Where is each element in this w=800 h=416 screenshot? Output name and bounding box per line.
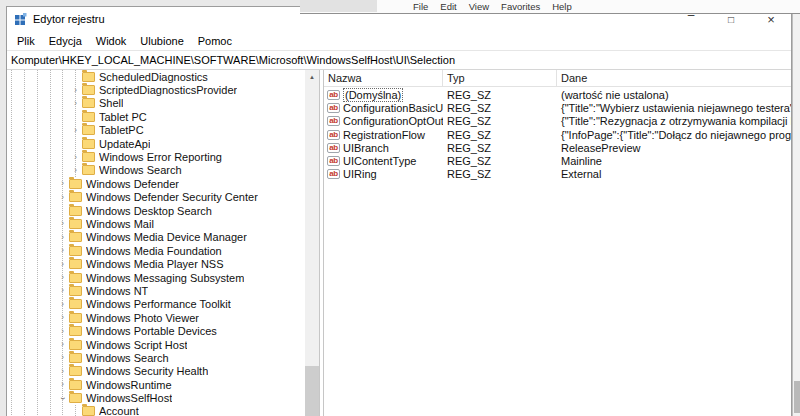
registry-value-row[interactable]: ab UIBranch REG_SZ ReleasePreview <box>324 141 791 154</box>
tree-item[interactable]: › Windows NT <box>7 284 305 297</box>
tree-item[interactable]: › Windows Portable Devices <box>7 324 305 337</box>
reg-sz-string-icon: ab <box>327 90 340 100</box>
tree-item[interactable]: Account <box>7 405 305 416</box>
tree-item[interactable]: › Windows Media Foundation <box>7 244 305 257</box>
main-panes: ScheduledDiagnostics › ScriptedDiagnosti… <box>7 70 791 416</box>
value-name-cell[interactable]: ab UIContentType <box>324 155 443 167</box>
tree-expander-icon[interactable]: › <box>56 325 69 338</box>
tree-item[interactable]: › Windows Script Host <box>7 338 305 351</box>
tree-expander-icon[interactable]: › <box>56 258 69 271</box>
tree-item-label: Windows Media Player NSS <box>86 258 224 270</box>
tree-expander-icon[interactable]: › <box>69 124 82 137</box>
column-header-type[interactable]: Typ <box>443 70 557 86</box>
value-name-cell[interactable]: ab (Domyślna) <box>324 88 443 102</box>
tree-item-label: Windows Error Reporting <box>99 151 222 163</box>
scrollbar-thumb[interactable] <box>305 366 319 416</box>
registry-value-row[interactable]: ab RegistrationFlow REG_SZ {"InfoPage":{… <box>324 128 791 141</box>
tree-expander-icon[interactable]: › <box>56 338 69 351</box>
tree-item[interactable]: › Shell <box>7 97 305 110</box>
tree-item[interactable]: › WindowsSelfHost <box>7 391 305 404</box>
registry-value-row[interactable]: ab UIContentType REG_SZ Mainline <box>324 154 791 167</box>
tree-item[interactable]: Windows Desktop Search <box>7 204 305 217</box>
value-data: {"Title":"Rezygnacja z otrzymywania komp… <box>557 115 791 127</box>
menu-pomoc[interactable]: Pomoc <box>191 35 239 47</box>
tree-expander-icon[interactable]: › <box>56 298 69 311</box>
column-header-data[interactable]: Dane <box>557 70 791 86</box>
menu-plik[interactable]: Plik <box>10 35 42 47</box>
column-header-name[interactable]: Nazwa <box>324 70 443 86</box>
scrollbar-up-arrow-icon[interactable]: ▲ <box>305 70 319 84</box>
tree-item[interactable]: › WindowsRuntime <box>7 378 305 391</box>
tree-expander-icon[interactable]: › <box>56 191 69 204</box>
tree-expander-icon[interactable]: › <box>56 217 69 230</box>
tree-item[interactable]: Tablet PC <box>7 110 305 123</box>
address-bar[interactable]: Komputer\HKEY_LOCAL_MACHINE\SOFTWARE\Mic… <box>7 50 791 70</box>
tree-item[interactable]: › Windows Messaging Subsystem <box>7 271 305 284</box>
bg-menu-edit[interactable]: Edit <box>440 1 456 12</box>
tree-item[interactable]: › ScriptedDiagnosticsProvider <box>7 83 305 96</box>
tree-expander-icon[interactable]: › <box>56 311 69 324</box>
tree-expander-icon[interactable]: › <box>56 378 69 391</box>
tree-item[interactable]: › TabletPC <box>7 124 305 137</box>
bg-menu-favorites[interactable]: Favorites <box>501 1 540 12</box>
folder-icon <box>69 393 82 403</box>
folder-icon <box>69 340 82 350</box>
tree-item-label: Tablet PC <box>99 111 147 123</box>
tree-item[interactable]: › Windows Security Health <box>7 365 305 378</box>
tree-item-label: Windows Mail <box>86 218 154 230</box>
registry-value-row[interactable]: ab (Domyślna) REG_SZ (wartość nie ustalo… <box>324 88 791 101</box>
registry-value-row[interactable]: ab UIRing REG_SZ External <box>324 168 791 181</box>
folder-icon <box>82 98 95 108</box>
registry-value-row[interactable]: ab ConfigurationOptOutUIText REG_SZ {"Ti… <box>324 115 791 128</box>
registry-value-row[interactable]: ab ConfigurationBasicUIText REG_SZ {"Tit… <box>324 101 791 114</box>
tree-expander-icon[interactable]: › <box>56 284 69 297</box>
tree-expander-icon[interactable]: › <box>56 244 69 257</box>
tree-expander-icon[interactable]: › <box>56 351 69 364</box>
registry-editor-window: Edytor rejestru – □ × Plik Edycja Widok … <box>6 6 792 416</box>
tree-expander-icon[interactable]: › <box>56 392 69 405</box>
tree-expander-icon[interactable]: › <box>69 151 82 164</box>
tree-item[interactable]: › Windows Performance Toolkit <box>7 298 305 311</box>
value-name-cell[interactable]: ab UIRing <box>324 168 443 180</box>
tree-item-label: Windows Desktop Search <box>86 205 212 217</box>
tree-item-label: Windows Search <box>99 164 182 176</box>
tree-item[interactable]: ScheduledDiagnostics <box>7 70 305 83</box>
value-name: RegistrationFlow <box>343 129 425 141</box>
tree-item[interactable]: › Windows Search <box>7 164 305 177</box>
tree-expander-icon[interactable]: › <box>69 84 82 97</box>
tree-item[interactable]: › Windows Mail <box>7 217 305 230</box>
menu-ulubione[interactable]: Ulubione <box>133 35 190 47</box>
value-name-cell[interactable]: ab ConfigurationBasicUIText <box>324 102 443 114</box>
tree-item[interactable]: › Windows Photo Viewer <box>7 311 305 324</box>
tree-expander-icon[interactable]: › <box>69 97 82 110</box>
tree-expander-icon[interactable]: › <box>56 365 69 378</box>
menu-edycja[interactable]: Edycja <box>42 35 89 47</box>
tree-item[interactable]: › Windows Defender Security Center <box>7 191 305 204</box>
values-header: Nazwa Typ Dane <box>324 70 791 87</box>
tree-item[interactable]: › Windows Error Reporting <box>7 150 305 163</box>
tree-expander-icon[interactable]: › <box>56 271 69 284</box>
tree-item[interactable]: › Windows Defender <box>7 177 305 190</box>
tree-scrollbar[interactable]: ▲ <box>305 70 319 416</box>
tree-item[interactable]: › Windows Media Player NSS <box>7 257 305 270</box>
menu-widok[interactable]: Widok <box>89 35 134 47</box>
tree-item-label: Windows Search <box>86 352 169 364</box>
tree-expander-icon[interactable]: › <box>56 177 69 190</box>
tree-item[interactable]: › Windows Media Device Manager <box>7 231 305 244</box>
folder-icon <box>69 353 82 363</box>
tree-item[interactable]: UpdateApi <box>7 137 305 150</box>
bg-menu-file[interactable]: File <box>413 1 428 12</box>
value-name-cell[interactable]: ab RegistrationFlow <box>324 129 443 141</box>
tree-item-label: Windows Media Foundation <box>86 245 222 257</box>
value-data: Mainline <box>557 155 791 167</box>
tree-item[interactable]: › Windows Search <box>7 351 305 364</box>
value-name-cell[interactable]: ab ConfigurationOptOutUIText <box>324 115 443 127</box>
folder-icon <box>69 206 82 216</box>
value-type: REG_SZ <box>443 102 557 114</box>
value-type: REG_SZ <box>443 115 557 127</box>
bg-menu-view[interactable]: View <box>469 1 489 12</box>
bg-menu-help[interactable]: Help <box>552 1 572 12</box>
tree-expander-icon[interactable]: › <box>69 164 82 177</box>
value-name-cell[interactable]: ab UIBranch <box>324 142 443 154</box>
tree-expander-icon[interactable]: › <box>56 231 69 244</box>
